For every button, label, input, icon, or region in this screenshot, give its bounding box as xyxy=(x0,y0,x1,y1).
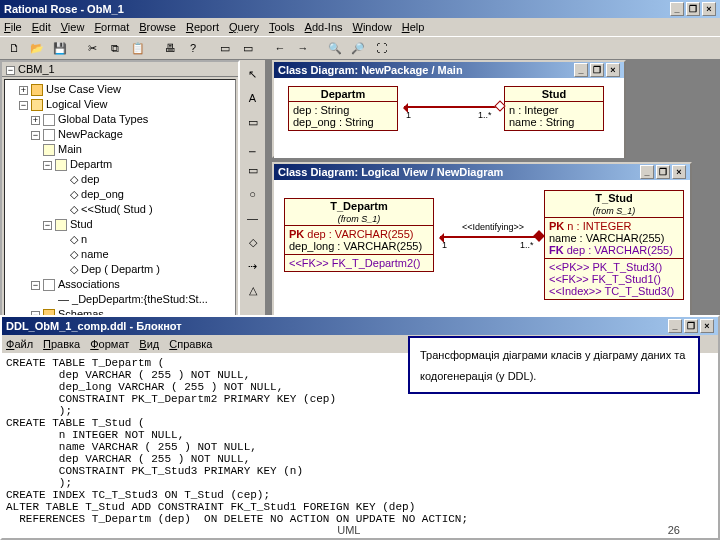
browse-parent-icon[interactable]: ▭ xyxy=(215,38,235,58)
paste-icon[interactable]: 📋 xyxy=(128,38,148,58)
class-attr: PK n : INTEGER xyxy=(549,220,679,232)
class-attr: dep : String xyxy=(293,104,393,116)
menu-browse[interactable]: Browse xyxy=(139,21,176,33)
aggreg-tool-icon[interactable]: ◇ xyxy=(242,232,264,252)
close-button[interactable]: × xyxy=(606,63,620,77)
minimize-button[interactable]: _ xyxy=(640,165,654,179)
composition-diamond-icon xyxy=(533,230,544,241)
menu-view[interactable]: Вид xyxy=(139,338,159,350)
cut-icon[interactable]: ✂ xyxy=(82,38,102,58)
tree-item[interactable]: +Use Case View xyxy=(7,82,233,97)
print-icon[interactable]: 🖶 xyxy=(160,38,180,58)
browse-class-icon[interactable]: ▭ xyxy=(238,38,258,58)
pointer-tool-icon[interactable]: ↖ xyxy=(242,64,264,84)
maximize-button[interactable]: ❐ xyxy=(656,165,670,179)
tree-item[interactable]: +Global Data Types xyxy=(7,112,233,127)
tree-item[interactable]: −Associations xyxy=(7,277,233,292)
sidebar-tab[interactable]: −CBM_1 xyxy=(2,62,238,77)
maximize-button[interactable]: ❐ xyxy=(684,319,698,333)
menu-edit[interactable]: Правка xyxy=(43,338,80,350)
subwin-title: Class Diagram: NewPackage / Main xyxy=(278,64,463,76)
maximize-button[interactable]: ❐ xyxy=(686,2,700,16)
tree-item[interactable]: −NewPackage xyxy=(7,127,233,142)
menu-format[interactable]: Format xyxy=(94,21,129,33)
tree-item[interactable]: ◇ dep xyxy=(7,172,233,187)
menu-help[interactable]: Справка xyxy=(169,338,212,350)
class-attr: FK dep : VARCHAR(255) xyxy=(549,244,679,256)
annotation-callout: Трансформація діаграми класів у діаграму… xyxy=(408,336,700,394)
tree-item[interactable]: ◇ dep_ong xyxy=(7,187,233,202)
close-button[interactable]: × xyxy=(700,319,714,333)
copy-icon[interactable]: ⧉ xyxy=(105,38,125,58)
notepad-title: DDL_ObM_1_comp.ddl - Блокнот xyxy=(6,320,182,332)
note-tool-icon[interactable]: ▭ xyxy=(242,112,264,132)
uml-class-stud[interactable]: Stud n : Integer name : String xyxy=(504,86,604,131)
zoom-out-icon[interactable]: 🔎 xyxy=(348,38,368,58)
new-icon[interactable]: 🗋 xyxy=(4,38,24,58)
class-op: <<FK>> FK_T_Stud1() xyxy=(549,273,679,285)
stereotype-label: <<Identifying>> xyxy=(462,222,524,232)
arrow-right-icon[interactable]: → xyxy=(293,38,313,58)
tree-item[interactable]: −Departm xyxy=(7,157,233,172)
general-tool-icon[interactable]: △ xyxy=(242,280,264,300)
menu-format[interactable]: Формат xyxy=(90,338,129,350)
tree-item[interactable]: ◇ <<Stud( Stud ) xyxy=(7,202,233,217)
class-attr: dep_long : VARCHAR(255) xyxy=(289,240,429,252)
association-line[interactable] xyxy=(404,106,500,108)
tree-item[interactable]: Main xyxy=(7,142,233,157)
tree-item[interactable]: ◇ n xyxy=(7,232,233,247)
uml-table-departm[interactable]: T_Departm(from S_1) PK dep : VARCHAR(255… xyxy=(284,198,434,272)
footer-label: UML xyxy=(337,524,360,536)
tree-item[interactable]: — _DepDepartm:{theStud:St... xyxy=(7,292,233,307)
menu-window[interactable]: Window xyxy=(353,21,392,33)
class-op: <<PK>> PK_T_Stud3() xyxy=(549,261,679,273)
arrow-left-icon[interactable]: ← xyxy=(270,38,290,58)
menu-view[interactable]: View xyxy=(61,21,85,33)
class-name: T_Departm(from S_1) xyxy=(285,199,433,226)
menu-query[interactable]: Query xyxy=(229,21,259,33)
class-attr: n : Integer xyxy=(509,104,599,116)
tree-item[interactable]: ◇ name xyxy=(7,247,233,262)
tree-item[interactable]: ◇ Dep ( Departm ) xyxy=(7,262,233,277)
text-tool-icon[interactable]: A xyxy=(242,88,264,108)
app-menubar: File Edit View Format Browse Report Quer… xyxy=(0,18,720,36)
close-button[interactable]: × xyxy=(672,165,686,179)
menu-file[interactable]: File xyxy=(4,21,22,33)
minimize-button[interactable]: _ xyxy=(670,2,684,16)
class-attr: name : VARCHAR(255) xyxy=(549,232,679,244)
association-line[interactable] xyxy=(440,236,540,238)
multiplicity-label: 1..* xyxy=(520,240,534,250)
save-icon[interactable]: 💾 xyxy=(50,38,70,58)
uml-table-stud[interactable]: T_Stud(from S_1) PK n : INTEGER name : V… xyxy=(544,190,684,300)
anchor-tool-icon[interactable]: ⎯ xyxy=(242,136,264,156)
tree-item[interactable]: −Stud xyxy=(7,217,233,232)
zoom-in-icon[interactable]: 🔍 xyxy=(325,38,345,58)
close-button[interactable]: × xyxy=(702,2,716,16)
app-title: Rational Rose - ObM_1 xyxy=(4,3,124,15)
multiplicity-label: 1..* xyxy=(478,110,492,120)
minimize-button[interactable]: _ xyxy=(574,63,588,77)
class-tool-icon[interactable]: ▭ xyxy=(242,160,264,180)
subwin-title: Class Diagram: Logical View / NewDiagram xyxy=(278,166,503,178)
class-op: <<Index>> TC_T_Stud3() xyxy=(549,285,679,297)
class-diagram-window-1[interactable]: Class Diagram: NewPackage / Main _ ❐ × D… xyxy=(272,60,626,158)
open-icon[interactable]: 📂 xyxy=(27,38,47,58)
menu-report[interactable]: Report xyxy=(186,21,219,33)
menu-addins[interactable]: Add-Ins xyxy=(305,21,343,33)
tree-item[interactable]: −Logical View xyxy=(7,97,233,112)
dependency-tool-icon[interactable]: ⇢ xyxy=(242,256,264,276)
class-name: Stud xyxy=(505,87,603,102)
minimize-button[interactable]: _ xyxy=(668,319,682,333)
class-diagram-window-2[interactable]: Class Diagram: Logical View / NewDiagram… xyxy=(272,162,692,322)
menu-edit[interactable]: Edit xyxy=(32,21,51,33)
menu-file[interactable]: Файл xyxy=(6,338,33,350)
interface-tool-icon[interactable]: ○ xyxy=(242,184,264,204)
maximize-button[interactable]: ❐ xyxy=(590,63,604,77)
help-icon[interactable]: ? xyxy=(183,38,203,58)
menu-tools[interactable]: Tools xyxy=(269,21,295,33)
fit-icon[interactable]: ⛶ xyxy=(371,38,391,58)
uml-class-departm[interactable]: Departm dep : String dep_ong : String xyxy=(288,86,398,131)
assoc-tool-icon[interactable]: — xyxy=(242,208,264,228)
menu-help[interactable]: Help xyxy=(402,21,425,33)
class-attr: dep_ong : String xyxy=(293,116,393,128)
